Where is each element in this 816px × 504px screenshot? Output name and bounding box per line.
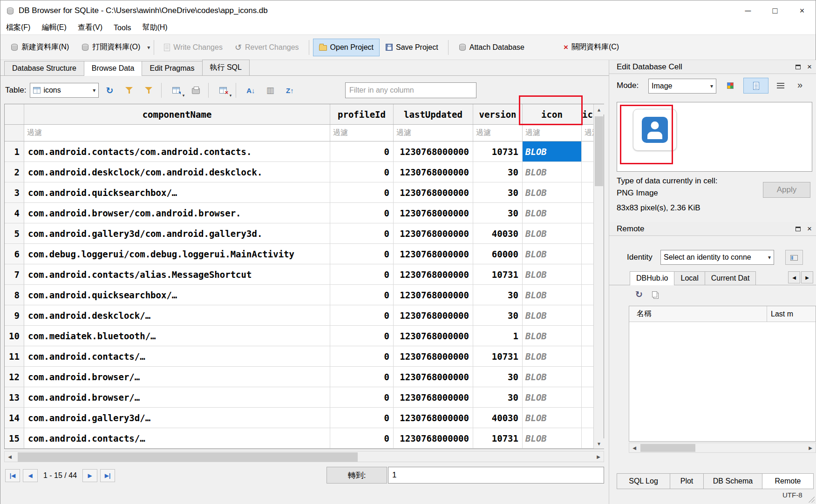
cell-profileId[interactable]: 0 (330, 346, 394, 367)
cell-version[interactable]: 10731 (473, 428, 523, 449)
close-panel-icon[interactable]: × (807, 225, 812, 233)
scroll-right-button[interactable]: ▶ (593, 451, 604, 462)
tab-scroll-left-button[interactable]: ◀ (788, 271, 800, 283)
cell-profileId[interactable]: 0 (330, 367, 394, 387)
tab-browse-data[interactable]: Browse Data (84, 61, 143, 76)
goto-button[interactable]: 轉到: (326, 467, 387, 484)
row-number[interactable]: 12 (5, 367, 24, 387)
close-panel-icon[interactable]: × (807, 63, 812, 71)
cell-lastUpdated[interactable]: 1230768000000 (394, 428, 473, 449)
cell-profileId[interactable]: 0 (330, 387, 394, 408)
cell-lastUpdated[interactable]: 1230768000000 (394, 408, 473, 428)
remote-scroll-right-button[interactable]: ▶ (805, 443, 816, 452)
cell-profileId[interactable]: 0 (330, 223, 394, 244)
cell-lastUpdated[interactable]: 1230768000000 (394, 285, 473, 305)
word-wrap-button[interactable] (770, 78, 791, 94)
tab-current-database[interactable]: Current Dat (705, 271, 756, 285)
cell-overflow[interactable] (582, 182, 593, 203)
column-filter-componentName[interactable]: 過濾 (24, 125, 330, 141)
corner-header[interactable] (5, 104, 24, 124)
new-database-button[interactable]: 新建資料庫(N) (4, 38, 75, 57)
column-header-lastUpdated[interactable]: lastUpdated (394, 104, 473, 124)
open-project-button[interactable]: Open Project (313, 39, 380, 56)
cell-componentName[interactable]: com.android.contacts/… (24, 346, 330, 367)
remote-horizontal-scrollbar[interactable]: ◀ ▶ (629, 443, 816, 453)
cell-version[interactable]: 10731 (473, 264, 523, 285)
cell-componentName[interactable]: com.android.contacts/… (24, 428, 330, 449)
row-number[interactable]: 3 (5, 182, 24, 203)
cell-overflow[interactable] (582, 346, 593, 367)
revert-changes-button[interactable]: ↺ Revert Changes (229, 39, 305, 56)
cell-icon-blob[interactable]: BLOB (523, 305, 582, 326)
clear-filters-button[interactable] (120, 82, 138, 98)
horizontal-scrollbar[interactable]: ◀ ▶ (4, 451, 604, 462)
row-number[interactable]: 6 (5, 244, 24, 264)
row-number[interactable]: 9 (5, 305, 24, 326)
row-number[interactable]: 1 (5, 141, 24, 162)
cell-icon-blob[interactable]: BLOB (523, 346, 582, 367)
cell-componentName[interactable]: com.android.deskclock/com.android.deskcl… (24, 162, 330, 182)
cell-icon-blob[interactable]: BLOB (523, 367, 582, 387)
cell-lastUpdated[interactable]: 1230768000000 (394, 326, 473, 346)
identity-select[interactable]: Select an identity to conne ▾ (660, 250, 774, 265)
write-changes-button[interactable]: Write Changes (158, 39, 229, 56)
freeze-columns-button[interactable]: ▥ (261, 82, 279, 98)
cell-version[interactable]: 40030 (473, 223, 523, 244)
close-button[interactable]: × (789, 0, 816, 21)
column-filter-version[interactable]: 過濾 (473, 125, 523, 141)
resize-grip[interactable] (808, 496, 815, 503)
cell-icon-blob[interactable]: BLOB (523, 244, 582, 264)
cell-version[interactable]: 40030 (473, 408, 523, 428)
cell-icon-blob[interactable]: BLOB (523, 162, 582, 182)
column-header-icon[interactable]: icon (523, 104, 582, 124)
attach-database-button[interactable]: Attach Database (452, 39, 530, 56)
mode-select[interactable]: Image ▾ (648, 79, 716, 94)
cell-version[interactable]: 30 (473, 387, 523, 408)
table-select[interactable]: icons ▾ (30, 83, 99, 98)
cell-componentName[interactable]: com.android.quicksearchbox/… (24, 285, 330, 305)
save-filter-button[interactable] (140, 82, 157, 98)
text-view-button[interactable] (743, 78, 768, 94)
cell-componentName[interactable]: com.android.contacts/alias.MessageShortc… (24, 264, 330, 285)
cell-overflow[interactable] (582, 162, 593, 182)
cell-componentName[interactable]: com.android.gallery3d/… (24, 408, 330, 428)
cell-version[interactable]: 30 (473, 285, 523, 305)
cell-version[interactable]: 30 (473, 203, 523, 223)
row-number[interactable]: 11 (5, 346, 24, 367)
close-database-button[interactable]: × 關閉資料庫(C) (558, 38, 625, 57)
open-database-button[interactable]: 打開資料庫(O) (75, 38, 146, 57)
menu-view[interactable]: 查看(V) (72, 21, 108, 34)
float-panel-icon[interactable] (796, 227, 801, 231)
previous-record-button[interactable]: ◀ (23, 469, 38, 482)
cell-componentName[interactable]: com.mediatek.bluetooth/… (24, 326, 330, 346)
first-record-button[interactable]: |◀ (5, 469, 20, 482)
tab-execute-sql[interactable]: 執行 SQL (202, 60, 250, 75)
cell-overflow[interactable] (582, 244, 593, 264)
row-number[interactable]: 10 (5, 326, 24, 346)
cell-icon-blob[interactable]: BLOB (523, 285, 582, 305)
column-header-componentName[interactable]: componentName (24, 104, 330, 124)
dock-tab-db-schema[interactable]: DB Schema (703, 473, 762, 489)
vertical-scrollbar-thumb[interactable] (595, 116, 603, 186)
tab-scroll-right-button[interactable]: ▶ (801, 271, 813, 283)
cell-overflow[interactable] (582, 203, 593, 223)
cell-overflow[interactable] (582, 428, 593, 449)
print-button[interactable] (187, 82, 204, 98)
insert-record-button[interactable]: ▾ (167, 82, 185, 98)
scroll-down-button[interactable]: ▼ (594, 438, 604, 449)
scroll-left-button[interactable]: ◀ (5, 451, 15, 462)
cell-icon-blob[interactable]: BLOB (523, 428, 582, 449)
cell-version[interactable]: 30 (473, 162, 523, 182)
cell-version[interactable]: 30 (473, 305, 523, 326)
remote-column-last-modified[interactable]: Last m (767, 306, 816, 322)
cell-componentName[interactable]: com.android.contacts/com.android.contact… (24, 141, 330, 162)
column-header-version[interactable]: version (473, 104, 523, 124)
cell-componentName[interactable]: com.android.browser/… (24, 387, 330, 408)
cell-version[interactable]: 10731 (473, 141, 523, 162)
refresh-button[interactable]: ↻ (101, 82, 118, 98)
cell-profileId[interactable]: 0 (330, 244, 394, 264)
sort-desc-button[interactable]: Z↑ (281, 82, 299, 98)
cell-version[interactable]: 10731 (473, 346, 523, 367)
cell-profileId[interactable]: 0 (330, 203, 394, 223)
apply-button[interactable]: Apply (763, 182, 810, 198)
